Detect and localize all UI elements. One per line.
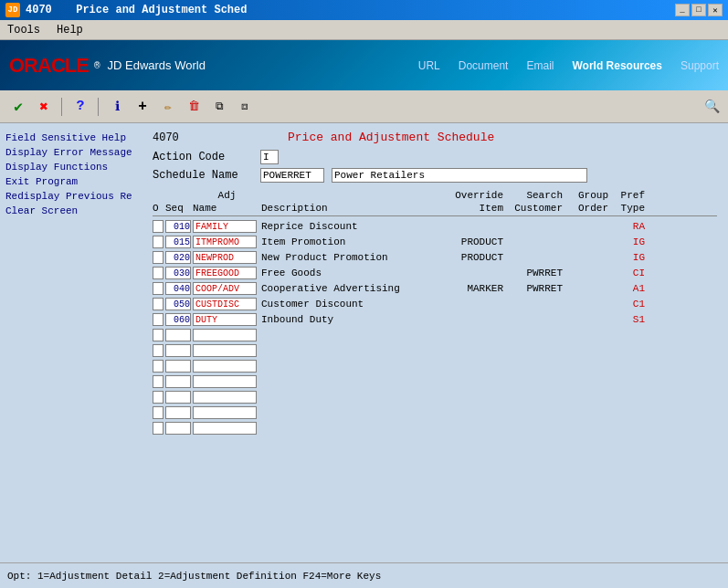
row-adj-input[interactable] [193,220,257,233]
row-seq-input[interactable] [165,251,191,264]
row-seq-input[interactable] [165,422,191,435]
row-desc: Customer Discount [261,299,364,310]
search-icon[interactable]: 🔍 [702,98,721,116]
title-text: Price and Adjustment Sched [76,4,247,16]
form-title: Price and Adjustment Schedule [288,131,494,144]
row-seq-input[interactable] [165,406,191,419]
nav-clear-screen[interactable]: Clear Screen [5,204,136,218]
paste-button[interactable]: ⧈ [234,96,256,118]
col-o-spacer [153,190,165,201]
schedule-desc-input[interactable] [332,168,587,183]
row-seq-input[interactable] [165,375,191,388]
table-row-empty [153,374,717,389]
cancel-button[interactable]: ✖ [33,96,55,118]
row-adj-input[interactable] [193,406,257,419]
nav-email[interactable]: Email [526,59,554,72]
row-desc: Reprice Discount [261,221,358,232]
col-desc-spacer [261,190,444,201]
row-opt-input[interactable] [153,267,164,279]
action-code-input[interactable] [260,150,279,164]
row-desc: Cooperative Advertising [261,283,400,294]
row-opt-input[interactable] [153,344,164,357]
row-opt-input[interactable] [153,236,164,248]
maximize-button[interactable]: □ [691,4,706,16]
schedule-name-input[interactable] [260,168,324,183]
row-adj-input[interactable] [193,360,257,373]
check-button[interactable]: ✔ [7,96,29,118]
row-opt-input[interactable] [153,251,164,264]
oracle-nav: URL Document Email World Resources Suppo… [418,59,719,72]
content-area: 4070 Price and Adjustment Schedule Actio… [142,123,728,562]
row-pref: IG [633,236,645,247]
row-pref: C1 [633,299,645,310]
action-code-label: Action Code [153,151,253,163]
row-seq-input[interactable] [165,236,191,248]
help-button[interactable]: ? [69,96,91,118]
row-seq-input[interactable] [165,267,191,279]
menu-tools[interactable]: Tools [4,22,44,38]
nav-document[interactable]: Document [459,59,509,72]
row-override: MARKER [467,283,503,294]
row-seq-input[interactable] [165,220,191,233]
row-adj-input[interactable] [193,313,257,326]
row-adj-input[interactable] [193,251,257,264]
close-button[interactable]: ✕ [708,4,723,16]
edit-button[interactable]: ✏ [157,96,179,118]
toolbar: ✔ ✖ ? ℹ + ✏ 🗑 ⧉ ⧈ 🔍 [0,90,728,123]
minimize-button[interactable]: _ [675,4,690,16]
add-button[interactable]: + [132,96,153,118]
row-opt-input[interactable] [153,360,164,373]
table-row-empty [153,405,717,420]
row-seq-input[interactable] [165,282,191,295]
row-opt-input[interactable] [153,282,164,295]
table-row: Reprice Discount RA [153,219,717,234]
row-seq-input[interactable] [165,391,191,404]
row-opt-input[interactable] [153,422,164,435]
row-opt-input[interactable] [153,298,164,310]
row-seq-input[interactable] [165,360,191,373]
menu-help[interactable]: Help [53,22,87,38]
row-seq-input[interactable] [165,313,191,326]
copy-button[interactable]: ⧉ [208,96,230,118]
nav-exit-program[interactable]: Exit Program [5,174,136,189]
nav-field-sensitive-help[interactable]: Field Sensitive Help [5,131,136,145]
row-opt-input[interactable] [153,391,164,404]
row-adj-input[interactable] [193,344,257,357]
nav-redisplay-previous[interactable]: Redisplay Previous Re [5,189,136,204]
nav-display-error-message[interactable]: Display Error Message [5,145,136,160]
row-opt-input[interactable] [153,313,164,326]
row-adj-input[interactable] [193,236,257,248]
row-adj-input[interactable] [193,391,257,404]
row-adj-input[interactable] [193,375,257,388]
jde-text: JD Edwards World [108,58,206,72]
row-adj-input[interactable] [193,267,257,279]
table-row: Inbound Duty S1 [153,312,717,327]
row-seq-input[interactable] [165,298,191,310]
col-item-label: Item [444,203,503,214]
row-pref: RA [633,221,645,232]
row-adj-input[interactable] [193,282,257,295]
app-icon: JD [5,3,20,17]
table-row-empty [153,328,717,342]
row-opt-input[interactable] [153,406,164,419]
row-seq-input[interactable] [165,344,191,357]
nav-world-resources[interactable]: World Resources [572,59,661,72]
row-opt-input[interactable] [153,329,164,341]
row-adj-input[interactable] [193,422,257,435]
row-adj-input[interactable] [193,329,257,341]
delete-button[interactable]: 🗑 [183,96,205,118]
row-seq-input[interactable] [165,329,191,341]
nav-url[interactable]: URL [418,59,440,72]
nav-support[interactable]: Support [681,59,719,72]
info-button[interactable]: ℹ [106,96,128,118]
col-seq-spacer [165,190,193,201]
nav-display-functions[interactable]: Display Functions [5,160,136,174]
row-desc: Item Promotion [261,236,345,247]
row-opt-input[interactable] [153,375,164,388]
oracle-header: ORACLE ® JD Edwards World URL Document E… [0,40,728,90]
status-text: Opt: 1=Adjustment Detail 2=Adjustment De… [7,571,381,582]
col-desc-label: Description [261,203,444,214]
col-seq-label: Seq [165,203,193,214]
row-opt-input[interactable] [153,220,164,233]
row-adj-input[interactable] [193,298,257,310]
